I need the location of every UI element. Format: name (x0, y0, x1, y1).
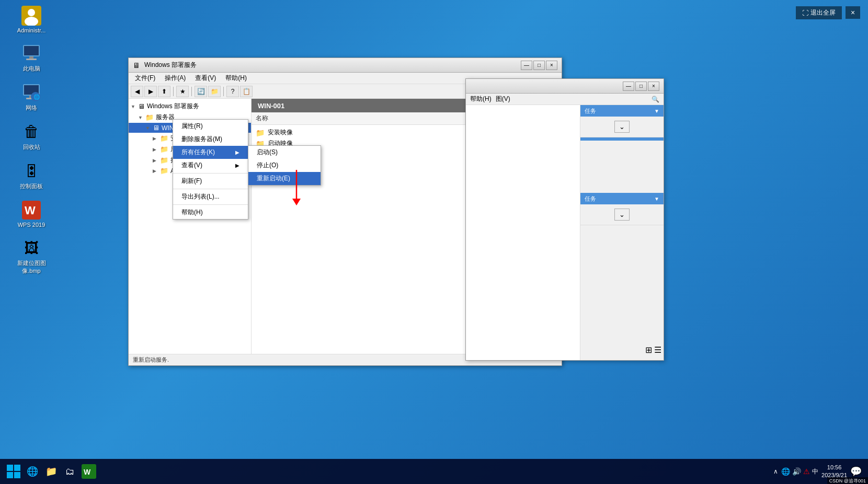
toolbar-favorites-btn[interactable]: ★ (176, 86, 189, 97)
ctx-item-delete[interactable]: 删除服务器(M) (173, 133, 248, 146)
second-task-panel: 任务 ▼ ⌄ 任务 ▼ ⌄ ⊞ ☰ (580, 105, 664, 360)
desktop-icon-newbmp[interactable]: 🖼 新建位图图像.bmp (10, 237, 52, 275)
svg-rect-6 (26, 59, 37, 60)
menu-action[interactable]: 操作(A) (161, 73, 190, 84)
tree-label-wds: Windows 部署服务 (147, 102, 199, 111)
taskbar: 🌐 📁 🗂 W ∧ 🌐 🔊 ⚠ 中 10:56 2023/9/21 💬 CSDN… (0, 459, 868, 484)
toolbar-back-btn[interactable]: ◀ (131, 86, 143, 97)
taskbar-lang-indicator[interactable]: 中 (812, 467, 818, 476)
menu-help[interactable]: 帮助(H) (221, 73, 251, 84)
svg-text:W: W (84, 468, 91, 476)
taskbar-tray-arrow[interactable]: ∧ (773, 468, 778, 475)
sub-ctx-label-restart: 重新启动(E) (257, 175, 290, 182)
toolbar-refresh-btn[interactable]: 🔄 (195, 86, 207, 97)
desktop-icon-network[interactable]: 🌐 网络 (10, 82, 52, 112)
second-menu-item-help[interactable]: 帮助(H) (470, 95, 492, 103)
wps-label: WPS 2019 (18, 222, 45, 228)
ctx-label-delete: 删除服务器(M) (181, 135, 222, 144)
wds-max-btn[interactable]: □ (533, 61, 545, 70)
second-titlebar: — □ × (466, 79, 664, 94)
sub-ctx-label-start: 启动(S) (257, 148, 278, 156)
start-button[interactable] (4, 462, 23, 481)
taskbar-notification[interactable]: 💬 (850, 466, 862, 477)
admin-label: Administr... (17, 27, 45, 33)
expand-icon-boot: ▶ (153, 147, 160, 152)
second-menu-item-view[interactable]: 图(V) (496, 95, 510, 103)
newbmp-label: 新建位图图像.bmp (10, 259, 52, 275)
taskbar-app-icon[interactable]: 🗂 (61, 462, 79, 481)
toolbar-sep1 (173, 87, 174, 96)
exit-fullscreen-label: 退出全屏 (810, 8, 836, 17)
second-max-btn[interactable]: □ (635, 82, 647, 91)
menu-file[interactable]: 文件(F) (131, 73, 159, 84)
toolbar-help-btn[interactable]: ? (226, 86, 239, 97)
ctx-item-help[interactable]: 帮助(H) (173, 206, 248, 219)
ctx-item-alltasks[interactable]: 所有任务(K) ▶ (173, 146, 248, 159)
wds-min-btn[interactable]: — (521, 61, 532, 70)
wds-title-icon: 🖥 (133, 61, 141, 70)
second-close-btn[interactable]: × (648, 82, 659, 91)
close-top-label: × (851, 8, 855, 17)
desktop-icon-admin[interactable]: Administr... (10, 5, 52, 33)
detail-view-icon[interactable]: ☰ (654, 345, 661, 355)
network-label: 网络 (26, 104, 37, 112)
tree-item-wds[interactable]: ▼ 🖥 Windows 部署服务 (129, 101, 251, 112)
network-icon: 🌐 (21, 82, 42, 103)
desktop-icons: Administr... 此电脑 🌐 网络 🗑 回收站 (10, 5, 52, 275)
task-dropdown-btn1: ⌄ (580, 117, 664, 137)
context-menu: 属性(R) 删除服务器(M) 所有任务(K) ▶ 查看(V) ▶ 刷新(F) 导… (173, 119, 248, 220)
toolbar-forward-btn[interactable]: ▶ (144, 86, 157, 97)
desktop-icon-computer[interactable]: 此电脑 (10, 43, 52, 73)
desktop-icon-control[interactable]: 🎛 控制面板 (10, 160, 52, 190)
folder-icon-wds: 🖥 (138, 102, 145, 110)
task-expand-btn1[interactable]: ⌄ (614, 121, 630, 133)
taskbar-right: ∧ 🌐 🔊 ⚠ 中 10:56 2023/9/21 💬 CSDN @追寻001 (773, 459, 868, 484)
close-top-button[interactable]: × (846, 6, 860, 19)
toolbar-extra-btn[interactable]: 📋 (240, 86, 253, 97)
svg-rect-19 (7, 472, 13, 478)
sub-context-menu: 启动(S) 停止(O) 重新启动(E) (248, 145, 321, 186)
recycle-label: 回收站 (23, 143, 40, 151)
wds-close-btn[interactable]: × (546, 61, 557, 70)
task-label1: 任务 (585, 107, 596, 115)
toolbar-sep3 (223, 87, 224, 96)
desktop-icon-recycle[interactable]: 🗑 回收站 (10, 121, 52, 151)
toolbar-folder-btn[interactable]: 📁 (208, 86, 221, 97)
sub-ctx-item-restart[interactable]: 重新启动(E) (248, 172, 321, 185)
task-dropdown1[interactable]: ▼ (654, 108, 659, 114)
ctx-label-refresh: 刷新(F) (181, 177, 202, 186)
second-min-btn[interactable]: — (623, 82, 634, 91)
taskbar-explorer-icon[interactable]: 📁 (42, 462, 61, 481)
sub-ctx-item-stop[interactable]: 停止(O) (248, 159, 321, 172)
second-search-icon[interactable]: 🔍 (652, 96, 659, 103)
ctx-item-refresh[interactable]: 刷新(F) (173, 175, 248, 188)
taskbar-browser-icon[interactable]: 🌐 (23, 462, 42, 481)
status-bar-text: 重新启动服务. (133, 356, 169, 364)
tree-label-servers: 服务器 (156, 113, 175, 122)
taskbar-green-icon[interactable]: W (79, 462, 98, 481)
desktop-icon-wps[interactable]: W WPS 2019 (10, 200, 52, 228)
menu-view[interactable]: 查看(V) (191, 73, 220, 84)
newbmp-icon: 🖼 (21, 237, 42, 258)
folder-icon-install: 📁 (160, 134, 168, 142)
exit-fullscreen-button[interactable]: ⛶ 退出全屏 (796, 6, 842, 19)
toolbar-up-btn[interactable]: ⬆ (158, 86, 170, 97)
item-label-install: 安装映像 (268, 128, 293, 137)
second-window: — □ × 帮助(H) 图(V) 🔍 任务 ▼ ⌄ 任务 ▼ ⌄ ⊞ ☰ (465, 78, 664, 361)
csdn-label: CSDN @追寻001 (827, 477, 868, 484)
svg-text:W: W (25, 204, 36, 217)
sub-ctx-item-start[interactable]: 启动(S) (248, 146, 321, 159)
wds-titlebar: 🖥 Windows 部署服务 — □ × (129, 58, 562, 73)
task-expand-btn2[interactable]: ⌄ (614, 209, 630, 221)
folder-icon-win001: 🖥 (153, 124, 159, 132)
ctx-item-properties[interactable]: 属性(R) (173, 120, 248, 133)
item-icon-install: 📁 (256, 129, 265, 137)
task-dropdown2[interactable]: ▼ (654, 196, 659, 202)
ctx-item-view[interactable]: 查看(V) ▶ (173, 159, 248, 172)
ctx-separator1 (173, 173, 248, 174)
ctx-item-export[interactable]: 导出列表(L)... (173, 190, 248, 203)
col-name-header: 名称 (256, 114, 268, 123)
ctx-separator2 (173, 189, 248, 189)
list-view-icon[interactable]: ⊞ (645, 345, 652, 355)
svg-rect-4 (24, 46, 39, 55)
